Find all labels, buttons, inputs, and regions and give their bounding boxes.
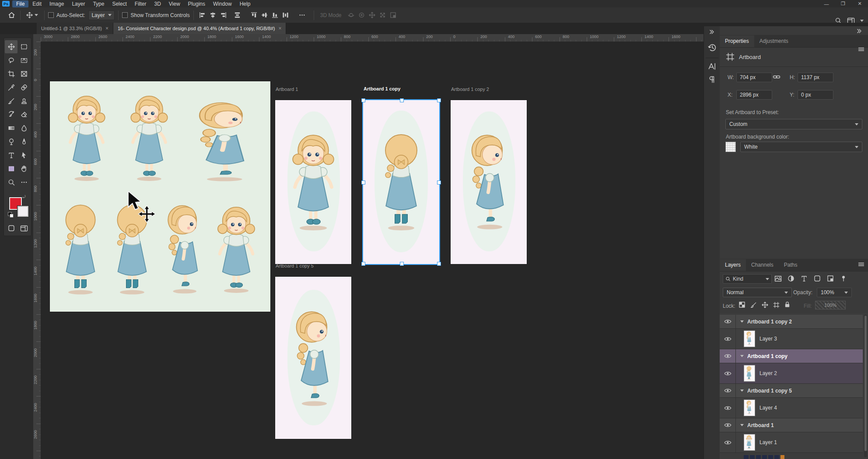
transform-handle[interactable] [437,262,441,266]
lock-pixels-icon[interactable] [750,302,757,308]
photoshop-logo[interactable]: Ps [2,1,10,7]
home-button[interactable] [6,10,17,21]
visibility-toggle[interactable] [720,418,736,432]
swap-colors-icon[interactable]: ⤾ [22,195,26,199]
link-dimensions-icon[interactable] [773,74,780,80]
menu-layer[interactable]: Layer [68,0,89,7]
fill-dropdown[interactable]: 100% [815,301,846,309]
artboard-label[interactable]: Artboard 1 [276,87,298,92]
artboard-label[interactable]: Artboard 1 copy 2 [451,87,489,92]
visibility-toggle[interactable] [720,384,736,397]
scrollbar-thumb[interactable] [864,316,867,451]
tab-adjustments[interactable]: Adjustments [754,35,794,47]
filter-toggle-icon[interactable] [840,275,847,282]
default-colors-icon[interactable] [8,212,14,218]
tool-rectangular-marquee[interactable] [18,40,30,53]
pasteboard[interactable]: Artboard 1 Artboard 1 copy Artboard 1 co… [41,42,704,459]
quick-mask-button[interactable] [5,222,18,235]
layer-row[interactable]: Layer 2 [720,363,863,384]
align-bottom-button[interactable] [270,10,280,21]
lock-transparent-icon[interactable] [739,302,745,308]
tool-lasso[interactable] [5,54,18,67]
tool-blur[interactable] [18,122,30,135]
visibility-toggle[interactable] [720,315,736,328]
tool-brush[interactable] [5,94,18,108]
menu-type[interactable]: Type [89,0,108,7]
opacity-dropdown[interactable]: 100% [817,288,852,297]
layer-thumbnail[interactable] [744,330,755,347]
layers-scrollbar[interactable] [864,315,867,457]
filter-adjustment-layers-icon[interactable] [788,275,794,282]
menu-select[interactable]: Select [108,0,130,7]
minimize-button[interactable]: — [818,1,835,7]
menu-plugins[interactable]: Plugins [184,0,209,7]
auto-select-target-dropdown[interactable]: Layer [88,10,115,20]
collapse-dock-icon[interactable] [857,29,862,33]
transform-handle[interactable] [437,98,441,102]
menu-help[interactable]: Help [236,0,255,7]
screen-mode-button[interactable] [18,222,30,235]
bg-color-swatch[interactable] [725,142,736,152]
layer-thumbnail[interactable] [744,434,755,451]
transform-handle[interactable] [361,262,365,266]
align-top-button[interactable] [249,10,259,21]
preset-dropdown[interactable]: Custom [725,119,862,129]
layer-row[interactable]: Layer 3 [720,329,863,349]
bg-color-dropdown[interactable]: White [740,142,862,152]
tool-clone-stamp[interactable] [18,94,30,108]
tool-history-brush[interactable] [5,108,18,121]
transform-handle[interactable] [400,262,404,266]
x-field[interactable]: 2896 px [736,90,772,100]
tab-consistent-character-design[interactable]: 16- Consistent Character design.psd @ 40… [113,23,287,34]
lock-all-icon[interactable] [784,301,790,308]
tab-paths[interactable]: Paths [779,259,803,271]
collapse-panels-icon[interactable] [709,30,714,34]
tool-crop[interactable] [5,67,18,80]
distribute-v-button[interactable] [280,10,291,21]
chevron-down-icon[interactable] [740,424,744,426]
tool-eraser[interactable] [18,108,30,121]
tool-dodge[interactable] [5,135,18,148]
visibility-toggle[interactable] [720,349,736,363]
filter-type-layers-icon[interactable] [801,275,808,282]
layer-filter-kind[interactable]: Kind [723,274,772,284]
align-right-button[interactable] [218,10,229,21]
more-align-options-button[interactable] [297,10,308,21]
panel-menu-icon[interactable] [858,47,864,52]
width-field[interactable]: 704 px [736,73,772,82]
y-field[interactable]: 0 px [798,90,833,100]
lock-artboard-icon[interactable] [773,302,780,308]
background-color-swatch[interactable] [18,206,28,217]
layer-thumbnail[interactable] [744,400,755,416]
layer-group-row[interactable]: Artboard 1 copy 5 [720,384,863,398]
layer-row[interactable]: Layer 4 [720,398,863,418]
menu-filter[interactable]: Filter [131,0,150,7]
artboard-1[interactable] [275,100,351,264]
visibility-toggle[interactable] [720,363,736,383]
ruler-horizontal[interactable]: 3000 2800 2600 2400 2200 2000 1800 1600 … [41,34,704,42]
tool-eyedropper[interactable] [5,81,18,94]
visibility-toggle[interactable] [720,329,736,349]
tool-healing-brush[interactable] [18,81,30,94]
show-transform-checkbox[interactable] [122,12,128,18]
transform-handle[interactable] [400,98,404,102]
tool-rectangle[interactable] [5,162,18,175]
menu-window[interactable]: Window [209,0,236,7]
edit-toolbar-ellipsis[interactable] [18,176,30,189]
chevron-down-icon[interactable] [740,320,744,323]
filter-shape-layers-icon[interactable] [814,275,821,282]
layer-thumbnail[interactable] [744,365,755,382]
tool-hand[interactable] [18,162,30,175]
transform-handle[interactable] [361,98,365,102]
tool-path-selection[interactable] [18,149,30,162]
move-tool-preset-icon[interactable] [24,10,35,21]
menu-3d[interactable]: 3D [150,0,164,7]
menu-edit[interactable]: Edit [28,0,46,7]
visibility-toggle[interactable] [720,398,736,418]
chevron-down-icon[interactable] [860,20,864,22]
align-center-h-button[interactable] [208,10,218,21]
visibility-toggle[interactable] [720,432,736,452]
layer-row[interactable]: Layer 1 [720,432,863,453]
chevron-down-icon[interactable] [740,355,744,357]
artboard-label-selected[interactable]: Artboard 1 copy [364,86,400,91]
